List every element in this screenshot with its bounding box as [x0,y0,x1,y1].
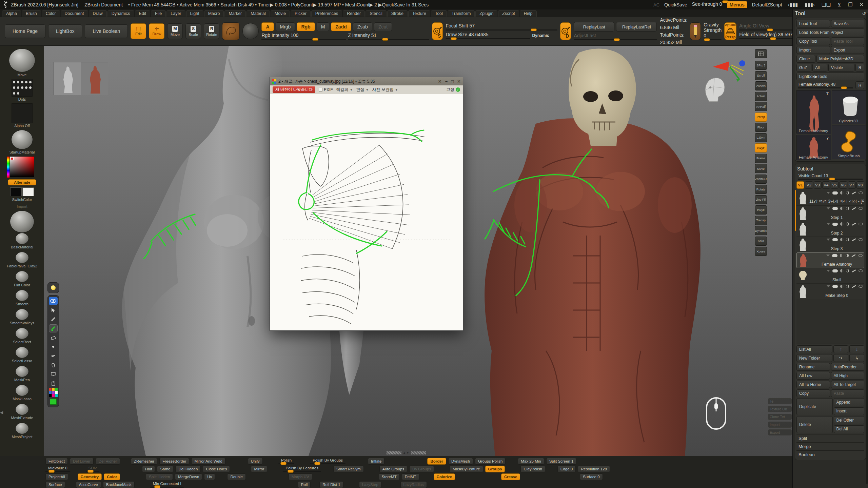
shelf-button[interactable]: Groups Polish [475,458,506,465]
color-import-button[interactable]: Import [17,204,27,208]
replay-last-button[interactable]: ReplayLast [574,22,614,32]
edit-button[interactable]: ⬚ Edit [131,23,146,39]
subtool-header[interactable]: Subtool [796,165,864,173]
active-tool-slider[interactable]: Female Anatomy. 48 [796,81,854,89]
shelf-toggle-button[interactable]: SPix 3 [755,61,767,70]
palette-item[interactable]: Flat Color [14,271,30,289]
shelf-toggle-button[interactable]: Floor [755,123,767,132]
menu-item[interactable]: Picker [291,10,311,17]
menu-item[interactable]: Texture [408,10,430,17]
refresh-icon[interactable]: ↺ [862,11,866,16]
color-palette-grid[interactable] [49,388,58,396]
menu-item[interactable]: Marker [224,10,246,17]
displacement-icon[interactable] [846,285,849,288]
background-palette-button[interactable]: Texture On [768,406,792,412]
uv-icon[interactable] [840,238,844,241]
goz-button[interactable]: GoZ [796,64,811,72]
image-viewer-window[interactable]: 2 - 쇄골, 가슴 > chest_cutaway.jpg [12/16] -… [270,77,463,331]
goz-visible-button[interactable]: Visible [828,64,854,72]
shelf-toggle-button[interactable]: Move [755,164,767,173]
move-out-button[interactable]: ↷ [833,354,848,362]
load-tool-button[interactable]: Load Tool [796,20,830,27]
thumbnail-muscle-model[interactable] [81,62,108,95]
mode-toggle-button[interactable]: M [317,22,330,31]
brush-icon[interactable] [852,222,856,225]
color-picker[interactable] [10,156,34,177]
shelf-button[interactable]: ZRemesher [131,458,157,465]
mode-toggle-button[interactable]: Zsub [353,22,372,31]
shelf-button[interactable]: Roll [298,481,311,488]
import-button[interactable]: Import [796,46,830,54]
replay-last-rel-button[interactable]: ReplayLastRel [616,22,657,32]
live-boolean-button[interactable]: Live Boolean [85,24,128,38]
main-color-swatch[interactable] [10,187,22,196]
subtool-scrollbar[interactable] [795,190,796,231]
viewer-close-icon[interactable]: ✕ [457,79,461,84]
merge-section-header[interactable]: Merge [796,442,864,450]
shelf-button[interactable]: Morph UV [289,473,312,480]
paste-subtool-button[interactable]: Paste [831,389,865,397]
menu-item[interactable]: Movie [271,10,290,17]
visibility-set-button[interactable]: V4 [822,181,830,189]
visibility-set-button[interactable]: V3 [814,181,822,189]
visibility-set-button[interactable]: V6 [839,181,847,189]
boolean-section-header[interactable]: Boolean [796,450,864,459]
eye-icon[interactable] [859,207,863,210]
default-zscript-button[interactable]: DefaultZScript [752,2,782,7]
lightbox-tools-button[interactable]: Lightbox▶Tools [796,73,864,80]
shelf-button[interactable]: Mirror [251,466,267,472]
shelf-toggle-button[interactable]: Persp [755,113,767,122]
copy-subtool-button[interactable]: Copy [796,389,830,397]
scale-button[interactable]: S Scale [185,23,201,39]
all-high-button[interactable]: All High [831,372,865,380]
autoreorder-button[interactable]: AutoReorder [831,363,865,371]
switch-color-button[interactable]: SwitchColor [12,198,32,202]
shelf-button[interactable]: Polish By Features [283,466,321,472]
bpr-button[interactable] [755,49,767,58]
timeline-nav[interactable]: ▲▼ [387,451,426,454]
shelf-toggle-button[interactable]: Scroll [755,71,767,80]
shelf-toggle-button[interactable]: Rotate [755,185,767,194]
visible-count-slider[interactable]: Visible Count 13 [796,173,864,180]
polypaint-icon[interactable] [832,269,838,272]
shelf-button[interactable]: BackfaceMask [103,481,135,488]
menu-item[interactable]: Color [42,10,60,17]
menu-item[interactable]: File [151,10,166,17]
uv-icon[interactable] [840,269,844,272]
undo-icon[interactable] [49,352,58,360]
menu-item[interactable]: Preferences [311,10,342,17]
palette-item[interactable]: SelectRect [13,328,31,346]
shelf-button[interactable]: ProjectAll [45,473,68,480]
uv-icon[interactable] [840,207,844,210]
menu-item[interactable]: Stroke [387,10,408,17]
menu-item[interactable]: Draw [89,10,107,17]
gravity-strength-slider[interactable]: Gravity Strength 0 [704,22,722,40]
exif-toggle[interactable]: EXIF [319,87,333,92]
subtool-item[interactable]: Make Step 0 [796,284,864,299]
pin-toggle[interactable]: 고정✓ [446,87,460,93]
menu-item[interactable]: Dynamics [107,10,134,17]
shelf-button[interactable]: Min Connected I [150,481,184,488]
shelf-button[interactable]: Uv Groups [409,466,434,472]
palette-item[interactable]: MeshExtrude [11,404,33,422]
menu-item[interactable]: Tool [431,10,447,17]
flip-down-icon[interactable] [827,239,830,241]
home-page-button[interactable]: Home Page [5,24,45,38]
shelf-button[interactable]: Polish By Groups [310,458,346,465]
shelf-button[interactable]: StoreMT [379,473,400,480]
shelf-button[interactable]: Auto Groups [379,466,408,472]
polypaint-icon[interactable] [832,191,838,195]
rgb-intensity-slider[interactable]: Rgb Intensity 100 [261,33,346,40]
subtool-item[interactable]: Step 3 [796,237,864,252]
shelf-toggle-button[interactable]: Transp [755,216,767,225]
displacement-icon[interactable] [846,269,849,272]
displacement-icon[interactable] [846,191,849,195]
subtool-item[interactable]: 11강 여성 3단계 바디 각상 - [목 & [796,190,864,206]
shelf-button[interactable]: Close Holes [203,466,230,472]
shelf-button[interactable]: Inflate [368,458,384,465]
shelf-button[interactable]: MidValue 0 [45,466,70,472]
menu-item[interactable]: Document [61,10,88,17]
alpha-thumbnail[interactable] [12,103,33,123]
shelf-button[interactable]: Smart ReSym [333,466,364,472]
shelf-button[interactable]: Colorize [434,473,455,480]
